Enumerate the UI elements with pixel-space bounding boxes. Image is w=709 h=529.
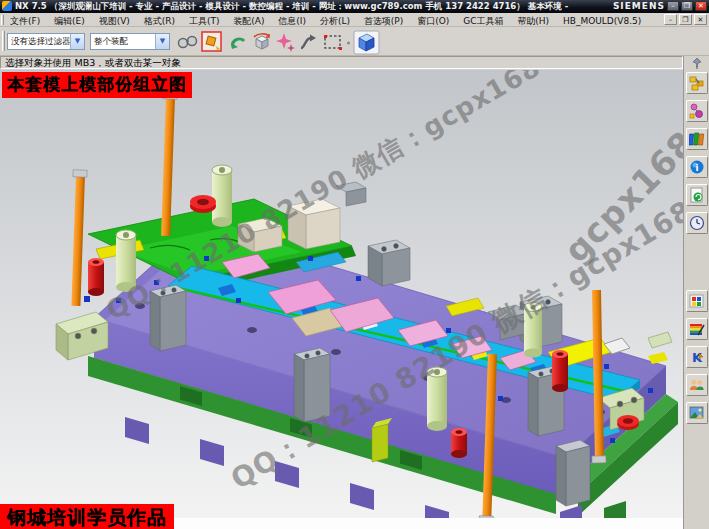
selection-filter-value: 没有选择过滤器 [11,36,71,46]
point-star-icon[interactable] [274,31,297,54]
undo-icon[interactable] [227,31,250,54]
shaded-view-icon[interactable] [353,29,380,55]
nx-application-window: NX 7.5 （深圳观澜山下培训 - 专业 - 产品设计 - 模具设计 - 数控… [0,0,709,529]
pin-icon[interactable] [691,57,703,69]
selection-toolbar: 没有选择过滤器 ▼ 整个装配 ▼ [0,27,709,56]
menu-bar: 文件(F) 编辑(E) 视图(V) 格式(R) 工具(T) 装配(A) 信息(I… [0,13,709,27]
selection-scope-combo[interactable]: 整个装配 ▼ [90,33,170,50]
restore-button[interactable]: ❐ [681,1,693,11]
selection-scope-value: 整个装配 [94,36,128,46]
roles-icon[interactable] [686,318,708,340]
move-object-icon[interactable] [201,31,224,54]
snap-glasses-icon[interactable] [176,31,199,54]
minimize-button[interactable]: – [667,1,679,11]
history-icon[interactable] [686,212,708,234]
users-icon[interactable] [686,374,708,396]
part-navigator-icon[interactable] [686,128,708,150]
window-title: NX 7.5 （深圳观澜山下培训 - 专业 - 产品设计 - 模具设计 - 数控… [15,1,570,12]
cue-line-text: 选择对象并使用 MB3，或者双击某一对象 [0,56,683,69]
selection-filter-combo[interactable]: 没有选择过滤器 ▼ [7,33,85,50]
rectangle-select-icon[interactable] [322,31,345,54]
child-minimize-button[interactable]: – [664,14,677,25]
title-bar: NX 7.5 （深圳观澜山下培训 - 专业 - 产品设计 - 模具设计 - 数控… [0,0,709,13]
internet-explorer-icon[interactable]: i [686,156,708,178]
svg-text:K: K [692,350,703,365]
graphics-window[interactable]: QQ：11210 82190 微信：gcpx168 gcpx168 QQ：112… [0,70,683,529]
chevron-down-icon[interactable]: ▼ [70,34,84,49]
annotation-label-top: 本套模上模部份组立图 [2,72,192,98]
child-close-button[interactable]: ✕ [694,14,707,25]
assembly-navigator-icon[interactable] [686,72,708,94]
palette-icon[interactable] [686,290,708,312]
annotation-label-bottom: 钢城培训学员作品 [0,504,174,529]
chevron-down-icon[interactable]: ▼ [155,34,169,49]
child-restore-button[interactable]: ❐ [679,14,692,25]
cue-line: 选择对象并使用 MB3，或者双击某一对象 [0,56,683,70]
svg-text:i: i [695,163,698,173]
menu-hb-mould[interactable]: HB_MOULD(V8.5) [561,15,643,27]
close-button[interactable]: ✕ [695,1,707,11]
siemens-logo: SIEMENS [613,1,665,11]
menu-grip[interactable] [1,15,4,25]
nx-app-icon [2,1,12,11]
image-icon[interactable] [686,402,708,424]
orient-view-icon[interactable] [250,31,273,54]
constraint-navigator-icon[interactable] [686,100,708,122]
reuse-library-icon[interactable] [686,184,708,206]
resource-bar: i K [683,56,709,529]
visualization-scene-icon[interactable]: K [686,346,708,368]
toolbar-grip[interactable] [2,31,5,51]
curve-arrow-icon[interactable] [297,31,320,54]
